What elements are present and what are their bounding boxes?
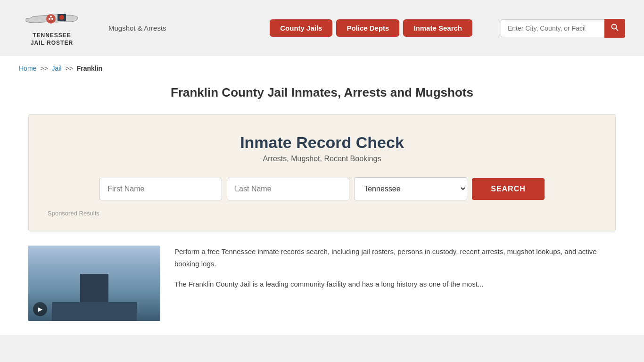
header: TENNESSEE JAIL ROSTER Mugshot & Arrests … bbox=[0, 0, 644, 56]
svg-point-5 bbox=[59, 15, 64, 20]
description-text-1: Perform a free Tennessee inmate records … bbox=[174, 246, 616, 270]
breadcrumb: Home >> Jail >> Franklin bbox=[0, 56, 644, 81]
site-logo[interactable]: TENNESSEE JAIL ROSTER bbox=[19, 9, 85, 47]
description-area: Perform a free Tennessee inmate records … bbox=[174, 246, 616, 290]
svg-point-1 bbox=[49, 18, 50, 20]
page-title: Franklin County Jail Inmates, Arrests an… bbox=[0, 81, 644, 114]
main-content: Home >> Jail >> Franklin Franklin County… bbox=[0, 56, 644, 335]
inmate-search-form: Tennessee Alabama Alaska Arizona Arkansa… bbox=[48, 177, 596, 200]
svg-point-6 bbox=[612, 24, 617, 29]
record-check-section: Inmate Record Check Arrests, Mugshot, Re… bbox=[28, 114, 616, 231]
breadcrumb-sep-1: >> bbox=[40, 65, 48, 72]
building-shape bbox=[80, 274, 108, 321]
mugshot-arrests-link[interactable]: Mugshot & Arrests bbox=[108, 24, 166, 32]
svg-point-2 bbox=[51, 18, 53, 20]
last-name-input[interactable] bbox=[227, 178, 349, 200]
header-search bbox=[501, 19, 625, 38]
county-jails-button[interactable]: County Jails bbox=[270, 19, 332, 37]
breadcrumb-current: Franklin bbox=[77, 65, 102, 72]
header-search-button[interactable] bbox=[604, 19, 625, 38]
svg-line-7 bbox=[616, 28, 619, 31]
breadcrumb-home[interactable]: Home bbox=[19, 65, 36, 72]
logo-text: TENNESSEE JAIL ROSTER bbox=[31, 32, 73, 47]
police-depts-button[interactable]: Police Depts bbox=[336, 19, 399, 37]
bottom-section: ▶ Perform a free Tennessee inmate record… bbox=[0, 246, 644, 335]
building-image: ▶ bbox=[28, 246, 160, 321]
header-search-input[interactable] bbox=[501, 19, 604, 37]
first-name-input[interactable] bbox=[99, 178, 222, 200]
sponsored-label: Sponsored Results bbox=[48, 210, 596, 217]
description-text-2: The Franklin County Jail is a leading co… bbox=[174, 278, 616, 290]
record-search-button[interactable]: SEARCH bbox=[472, 178, 545, 200]
tennessee-state-icon bbox=[24, 9, 80, 32]
breadcrumb-sep-2: >> bbox=[65, 65, 73, 72]
nav-buttons: County Jails Police Depts Inmate Search bbox=[270, 19, 472, 37]
record-check-subtitle: Arrests, Mugshot, Recent Bookings bbox=[48, 155, 596, 163]
record-check-title: Inmate Record Check bbox=[48, 133, 596, 152]
svg-point-3 bbox=[50, 16, 52, 17]
play-button[interactable]: ▶ bbox=[33, 302, 47, 316]
inmate-search-button[interactable]: Inmate Search bbox=[403, 19, 472, 37]
search-icon bbox=[611, 24, 619, 31]
state-select[interactable]: Tennessee Alabama Alaska Arizona Arkansa… bbox=[354, 177, 467, 200]
breadcrumb-jail[interactable]: Jail bbox=[52, 65, 62, 72]
